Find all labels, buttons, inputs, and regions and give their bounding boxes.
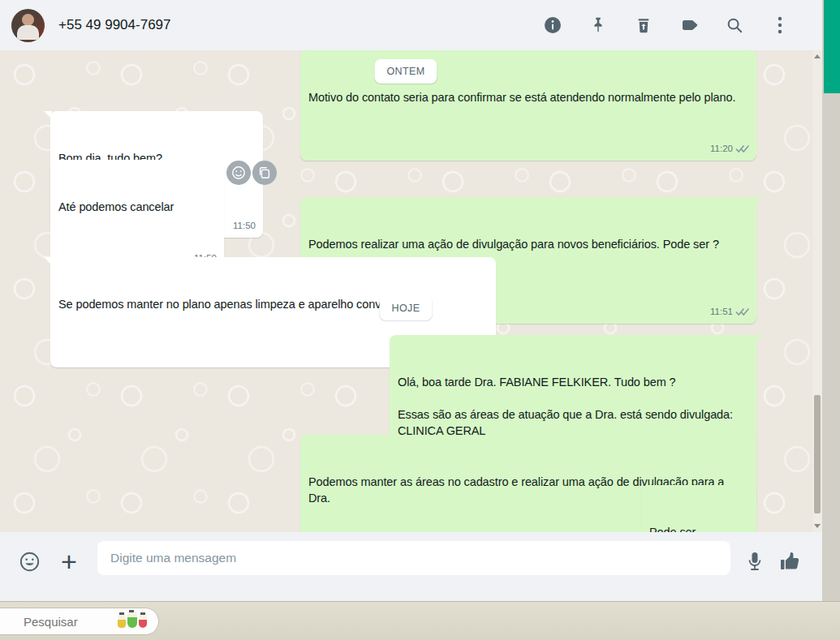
taskbar-search-box[interactable] (0, 608, 159, 635)
menu-button[interactable] (770, 15, 790, 35)
message-meta: 11:20 (710, 140, 749, 157)
message-time: 11:51 (710, 303, 733, 320)
plus-icon: + (61, 550, 77, 573)
double-check-icon (735, 144, 749, 153)
mic-icon (745, 551, 765, 572)
message-bubble[interactable]: Motivo do contato seria para confirmar s… (300, 50, 756, 161)
label-icon (679, 15, 699, 35)
contact-phone-title[interactable]: +55 49 9904-7697 (58, 17, 543, 33)
message-meta: 11:50 (233, 217, 256, 234)
search-button[interactable] (725, 15, 744, 35)
trash-button[interactable] (634, 15, 653, 35)
react-button[interactable] (226, 161, 251, 185)
chat-message-area: Motivo do contato seria para confirmar s… (0, 50, 822, 532)
message-text: Motivo do contato seria para confirmar s… (308, 89, 748, 105)
message-bubble[interactable]: Pode ser ? 12:27 (641, 485, 756, 532)
message-meta: 11:51 (710, 303, 749, 320)
emoji-icon (19, 551, 41, 573)
search-icon (726, 16, 743, 34)
message-time: 11:50 (233, 217, 256, 234)
thumbs-up-icon (779, 551, 800, 572)
date-divider-hoje: HOJE (380, 296, 433, 320)
message-input[interactable] (97, 541, 730, 575)
message-hover-actions (226, 161, 277, 185)
beaker-green-icon (127, 612, 137, 628)
background-window-strip (822, 0, 840, 601)
message-time: 11:20 (710, 140, 733, 157)
react-icon (231, 165, 246, 180)
whatsapp-window: +55 49 9904-7697 (0, 0, 822, 601)
header-actions (543, 15, 790, 35)
search-highlights-beakers-icon[interactable] (118, 612, 147, 628)
message-composer: + (0, 532, 822, 601)
scrollbar-thumb[interactable] (814, 395, 821, 513)
beaker-red-icon (139, 615, 147, 628)
date-divider-ontem: ONTEM (374, 59, 437, 84)
windows-taskbar: T T POR PTB2 (0, 601, 840, 640)
voice-message-button[interactable] (743, 549, 767, 573)
message-text: Podemos realizar uma ação de divulgação … (308, 236, 748, 252)
contact-avatar[interactable] (11, 9, 45, 42)
kebab-menu-icon (778, 16, 782, 34)
desktop-screen: +55 49 9904-7697 (0, 0, 840, 640)
label-button[interactable] (679, 15, 699, 35)
message-text: Pode ser ? (649, 524, 696, 532)
message-text: Até podemos cancelar (58, 199, 216, 215)
chat-scrollbar[interactable] (812, 50, 822, 532)
background-window-teal-edge (824, 0, 840, 93)
like-button[interactable] (778, 549, 802, 573)
beaker-yellow-icon (118, 615, 126, 628)
pin-button[interactable] (588, 15, 608, 35)
pin-icon (589, 16, 607, 34)
emoji-button[interactable] (17, 549, 41, 573)
copy-icon (257, 165, 272, 180)
chat-header: +55 49 9904-7697 (0, 0, 822, 50)
scrollbar-up-arrow-icon[interactable] (814, 54, 821, 58)
trash-arrow-icon (635, 16, 653, 34)
copy-button[interactable] (252, 161, 277, 185)
info-button[interactable] (543, 15, 562, 35)
scrollbar-down-arrow-icon[interactable] (814, 524, 821, 528)
attach-button[interactable]: + (57, 549, 81, 573)
message-bubble[interactable]: Até podemos cancelar 11:50 (50, 160, 224, 270)
search-input[interactable] (0, 615, 88, 629)
double-check-icon (735, 307, 749, 316)
info-icon (543, 15, 562, 35)
